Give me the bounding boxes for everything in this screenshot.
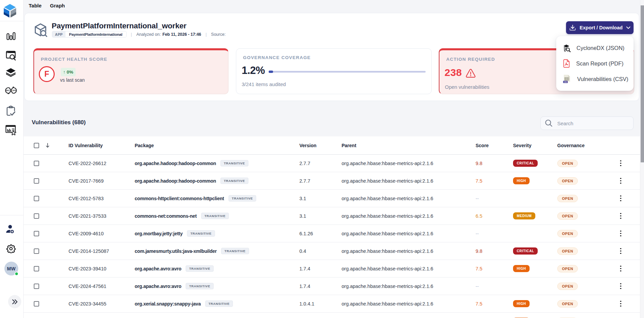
row-menu-button[interactable] <box>618 195 624 202</box>
sort-descending-icon[interactable] <box>46 143 50 148</box>
row-checkbox[interactable] <box>34 213 39 219</box>
governance-status-badge[interactable]: OPEN <box>557 160 578 167</box>
menu-item-vulnerabilities-csv[interactable]: CSV Vulnerabilities (CSV) <box>556 71 634 87</box>
cell-parent: org.apache.hbase:hbase-metrics-api:2.1.6 <box>342 248 476 254</box>
cell-actions <box>611 266 630 272</box>
column-header-id[interactable]: ID Vulnerability <box>69 143 135 148</box>
column-header-governance[interactable]: Governance <box>557 143 611 148</box>
column-header-package[interactable]: Package <box>135 143 299 148</box>
row-checkbox[interactable] <box>34 196 39 201</box>
package-name[interactable]: org.apache.avro:avro <box>135 266 181 271</box>
cell-vulnerability-id[interactable]: CVE-2021-37533 <box>69 213 135 219</box>
cell-vulnerability-id[interactable]: CVE-2017-7669 <box>69 178 135 184</box>
package-icon <box>34 23 47 37</box>
row-checkbox[interactable] <box>34 161 39 166</box>
row-menu-button[interactable] <box>618 213 624 219</box>
cell-vulnerability-id[interactable]: CVE-2022-26612 <box>69 161 135 166</box>
governance-status-badge[interactable]: OPEN <box>557 265 578 272</box>
package-name[interactable]: org.apache.avro:avro <box>135 284 181 289</box>
app-canvas: DEV OPS <box>0 0 644 318</box>
package-name[interactable]: org.mortbay.jetty:jetty <box>135 231 183 236</box>
governance-status-badge[interactable]: OPEN <box>557 230 578 237</box>
open-vulnerabilities-count: 238 <box>445 67 462 78</box>
cell-vulnerability-id[interactable]: CVE-2023-34455 <box>69 301 135 307</box>
select-all-checkbox[interactable] <box>34 143 39 148</box>
cell-vulnerability-id[interactable]: CVE-2012-5783 <box>69 196 135 201</box>
governance-status-badge[interactable]: OPEN <box>557 212 578 220</box>
row-menu-button[interactable] <box>618 248 624 254</box>
tab-table[interactable]: Table <box>29 3 42 8</box>
cell-vulnerability-id[interactable]: CVE-2014-125087 <box>69 248 135 254</box>
row-checkbox[interactable] <box>34 266 39 271</box>
cell-version: 6.1.26 <box>299 231 342 236</box>
header-select-cell <box>34 143 69 148</box>
row-checkbox[interactable] <box>34 284 39 289</box>
cell-package: org.xerial.snappy:snappy-javaTRANSITIVE <box>135 300 299 307</box>
governance-status-badge[interactable]: OPEN <box>557 177 578 185</box>
csv-file-icon: CSV <box>562 74 571 84</box>
row-menu-button[interactable] <box>618 301 624 307</box>
row-checkbox[interactable] <box>34 178 39 184</box>
sidebar-item-settings[interactable] <box>0 244 22 253</box>
package-name[interactable]: org.apache.hadoop:hadoop-common <box>135 161 216 166</box>
menu-item-cyclonedx-json[interactable]: CycloneDX (JSON) <box>556 40 634 56</box>
sidebar-item-dashboard[interactable] <box>0 32 22 40</box>
sidebar-item-audit[interactable] <box>0 106 22 116</box>
package-name[interactable]: commons-net:commons-net <box>135 213 197 219</box>
row-menu-button[interactable] <box>618 178 624 184</box>
cell-package: org.mortbay.jetty:jettyTRANSITIVE <box>135 230 299 237</box>
governance-status-badge[interactable]: OPEN <box>557 300 578 308</box>
row-menu-button[interactable] <box>618 283 624 289</box>
sidebar-expand-button[interactable] <box>8 295 21 308</box>
cell-actions <box>611 248 630 254</box>
cell-version: 1.0.4.1 <box>299 301 342 307</box>
table-body: CVE-2022-26612org.apache.hadoop:hadoop-c… <box>0 155 640 318</box>
sidebar-item-reports[interactable] <box>0 125 22 136</box>
column-header-severity[interactable]: Severity <box>513 143 557 148</box>
sidebar-item-invite-user[interactable] <box>0 224 20 234</box>
app-name[interactable]: PaymentPlatformInternational <box>65 31 126 37</box>
column-header-score[interactable]: Score <box>476 143 513 148</box>
governance-status-badge[interactable]: OPEN <box>557 195 578 202</box>
governance-status-badge[interactable]: OPEN <box>557 247 578 255</box>
row-select-cell <box>34 196 69 201</box>
column-header-version[interactable]: Version <box>299 143 342 148</box>
cell-vulnerability-id[interactable]: CVE-2024-47561 <box>69 284 135 289</box>
package-name[interactable]: org.apache.hadoop:hadoop-common <box>135 178 216 184</box>
sidebar-item-scans[interactable] <box>0 50 22 60</box>
package-name[interactable]: commons-httpclient:commons-httpclient <box>135 196 224 201</box>
transitive-badge: TRANSITIVE <box>221 248 249 255</box>
row-menu-button[interactable] <box>618 160 624 166</box>
scrollbar-thumb[interactable] <box>641 5 644 162</box>
vertical-scrollbar[interactable] <box>640 0 644 318</box>
severity-badge: HIGH <box>513 300 530 307</box>
sidebar-item-projects[interactable] <box>0 68 22 77</box>
package-name[interactable]: org.xerial.snappy:snappy-java <box>135 301 201 307</box>
cyclonedx-icon <box>562 44 571 52</box>
search-input[interactable] <box>557 121 625 126</box>
transitive-badge: TRANSITIVE <box>205 300 233 307</box>
severity-badge: HIGH <box>513 265 530 272</box>
row-menu-button[interactable] <box>618 266 624 272</box>
cube-logo-icon <box>3 3 17 18</box>
menu-item-scan-report-pdf[interactable]: Scan Report (PDF) <box>556 56 634 71</box>
cell-vulnerability-id[interactable]: CVE-2009-4610 <box>69 231 135 236</box>
export-download-button[interactable]: Export / Download <box>566 21 634 34</box>
sidebar-item-devops[interactable]: DEV OPS <box>0 86 22 95</box>
tab-graph[interactable]: Graph <box>50 3 65 8</box>
user-avatar[interactable]: MW <box>4 262 18 275</box>
governance-status-badge[interactable]: OPEN <box>557 283 578 290</box>
package-name[interactable]: com.jamesmurty.utils:java-xmlbuilder <box>135 248 217 254</box>
table-row: TRANSITIVEHIGHOPEN <box>0 313 640 318</box>
row-checkbox[interactable] <box>34 248 39 254</box>
column-header-parent[interactable]: Parent <box>342 143 476 148</box>
row-checkbox[interactable] <box>34 231 39 236</box>
cell-actions <box>611 195 630 202</box>
row-menu-button[interactable] <box>618 231 624 237</box>
row-checkbox[interactable] <box>34 301 39 307</box>
cell-score: -- <box>476 196 513 201</box>
app-logo[interactable] <box>0 0 23 21</box>
cell-vulnerability-id[interactable]: CVE-2023-39410 <box>69 266 135 271</box>
cell-version: 2.7.7 <box>299 161 342 166</box>
severity-badge: CRITICAL <box>513 247 538 255</box>
